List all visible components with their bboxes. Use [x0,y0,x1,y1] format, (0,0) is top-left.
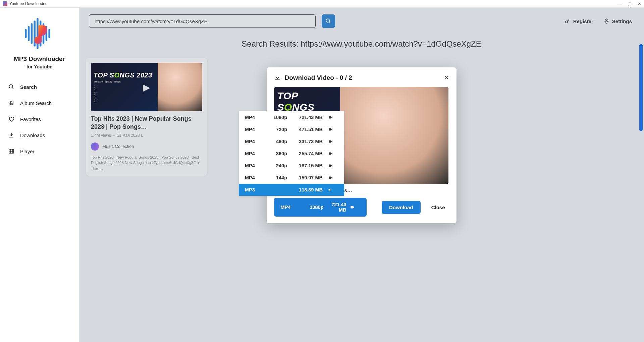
modal-close-button[interactable]: ✕ [444,74,449,81]
format-size: 331.73 MB [290,139,325,144]
heart-icon [8,116,15,122]
format-option[interactable]: MP4240p187.15 MB [239,160,344,172]
format-dropdown: MP41080p721.43 MBMP4720p471.51 MBMP4480p… [239,111,344,196]
sidebar-item-downloads[interactable]: Downloads [5,127,74,143]
format-size: 187.15 MB [290,163,325,168]
format-option[interactable]: MP4360p255.74 MB [239,148,344,160]
format-res: 720p [266,127,287,132]
format-res: 144p [266,175,287,180]
music-icon [8,100,15,106]
svg-point-9 [9,84,13,88]
format-option[interactable]: MP41080p721.43 MB [239,111,344,123]
modal-title-text: Download Video - 0 / 2 [285,74,352,81]
search-icon [8,83,15,90]
format-size: 721.43 MB [290,115,325,120]
result-thumbnail[interactable]: TOP SONGS 2023 BillboardSpotifyTikTok 01… [91,63,202,111]
format-size: 159.97 MB [290,175,325,180]
main-content: Register Settings Search Results: https:… [79,8,644,342]
format-name: MP3 [245,187,263,192]
window-minimize[interactable]: — [617,1,622,6]
sidebar-item-favorites[interactable]: Favorites [5,111,74,127]
format-res: 1080p [266,115,287,120]
app-name: MP3 Downloader [5,55,74,63]
sidebar-item-label: Player [20,149,35,154]
window-maximize[interactable]: ▢ [628,1,632,6]
svg-line-10 [12,88,13,89]
svg-rect-2 [31,23,33,44]
sidebar-item-label: Album Search [20,100,52,106]
download-button[interactable]: Download [382,201,421,214]
video-icon [328,115,338,120]
close-button[interactable]: Close [427,201,449,214]
format-res: 360p [266,151,287,156]
format-name: MP4 [245,151,263,156]
format-option[interactable]: MP3118.89 MB [239,184,344,196]
format-res: 480p [266,139,287,144]
video-icon [350,205,360,210]
app-subtitle: for Youtube [5,64,74,69]
window-title: Youtube Downloader [9,1,47,6]
format-name: MP4 [245,175,263,180]
video-icon [328,175,338,180]
sidebar-item-player[interactable]: Player [5,143,74,159]
format-name: MP4 [245,115,263,120]
download-icon [8,132,15,138]
video-icon [328,151,338,156]
svg-rect-0 [25,29,27,38]
sidebar-item-album-search[interactable]: Album Search [5,95,74,111]
app-icon [3,1,7,6]
play-icon: ▶ [143,81,150,93]
format-name: MP4 [245,139,263,144]
svg-rect-8 [48,29,50,38]
download-icon [274,74,281,81]
scrollbar[interactable] [639,44,643,131]
format-name: MP4 [245,127,263,132]
window-close[interactable]: ✕ [638,1,641,6]
selected-size: 721.43 MB [327,202,346,213]
app-logo [21,15,58,52]
sidebar: MP3 Downloader for Youtube Search Album … [0,8,79,342]
video-icon [328,139,338,144]
sidebar-item-label: Favorites [20,116,41,122]
sidebar-item-search[interactable]: Search [5,79,74,95]
sidebar-item-label: Downloads [20,132,45,138]
format-size: 118.89 MB [290,187,325,192]
audio-icon [328,187,338,192]
titlebar: Youtube Downloader — ▢ ✕ [0,0,644,8]
format-option[interactable]: MP4480p331.73 MB [239,135,344,148]
format-size: 255.74 MB [290,151,325,156]
film-icon [8,148,15,155]
format-option[interactable]: MP4144p159.97 MB [239,172,344,184]
format-name: MP4 [245,163,263,168]
svg-rect-1 [28,26,30,41]
selected-format: MP4 [281,205,299,210]
format-res: 240p [266,163,287,168]
video-icon [328,127,338,132]
video-icon [328,163,338,168]
format-size: 471.51 MB [290,127,325,132]
sidebar-item-label: Search [20,84,37,90]
format-option[interactable]: MP4720p471.51 MB [239,123,344,135]
selected-res: 1080p [302,205,324,210]
thumb-overlay-text: TOP SONGS 2023 [94,71,155,79]
selected-format-pill[interactable]: MP4 1080p 721.43 MB [274,198,367,217]
